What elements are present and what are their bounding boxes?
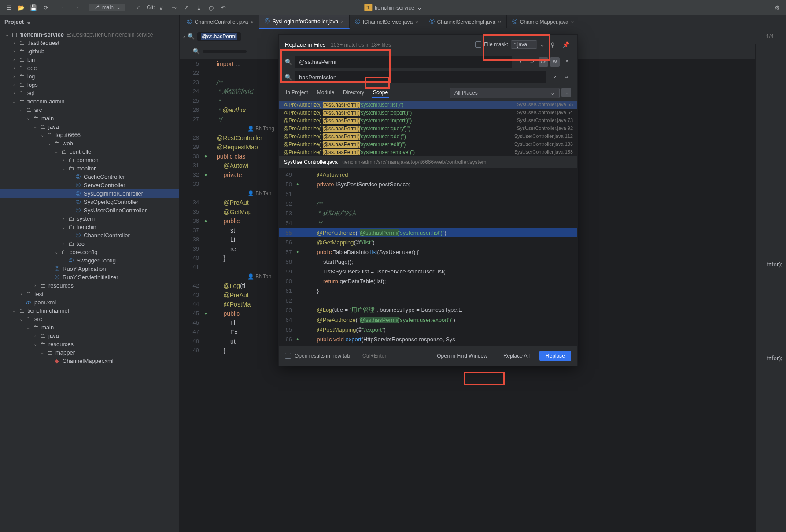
clear-icon[interactable]: × <box>516 57 525 67</box>
tree-item[interactable]: ›🗀test <box>0 290 179 298</box>
tree-item[interactable]: ⌄🗀tienchin-channel <box>0 307 179 315</box>
tree-item[interactable]: ⌄🗀src <box>0 106 179 114</box>
dialog-tab[interactable]: Scope <box>372 88 389 98</box>
tree-item[interactable]: ›🗀logs <box>0 81 179 89</box>
tree-item[interactable]: ›🗀bin <box>0 55 179 64</box>
fetch-icon[interactable]: ⤓ <box>194 2 204 13</box>
save-icon[interactable]: 💾 <box>28 2 39 13</box>
case-toggle[interactable]: Cc <box>539 57 548 67</box>
collapse-icon[interactable]: › <box>183 33 185 40</box>
result-row[interactable]: @PreAuthorize("@ss.hasPermi('system:user… <box>279 125 577 133</box>
editor-tab[interactable]: ⒸChannelController.java× <box>181 15 259 28</box>
editor-tab[interactable]: ⒸSysLogininforController.java× <box>259 15 350 29</box>
tree-item[interactable]: ⌄🗀tienchin <box>0 223 179 231</box>
file-mask-checkbox[interactable] <box>475 41 481 48</box>
tree-item[interactable]: ›🗀.fastRequest <box>0 39 179 47</box>
newline-icon[interactable]: ↩ <box>527 57 537 67</box>
open-tab-checkbox[interactable] <box>285 353 291 359</box>
tree-item[interactable]: ›🗀resources <box>0 281 179 290</box>
tree-item[interactable]: ⌄🗀src <box>0 315 179 323</box>
forward-icon[interactable]: → <box>71 2 81 13</box>
project-header[interactable]: Project ⌄ <box>0 15 179 29</box>
rollback-icon[interactable]: ⊸ <box>169 2 180 13</box>
tree-item[interactable]: ›🗀log <box>0 72 179 81</box>
tree-item[interactable]: ›🗀system <box>0 214 179 223</box>
menu-icon[interactable]: ☰ <box>4 2 14 13</box>
result-row[interactable]: @PreAuthorize("@ss.hasPermi('system:user… <box>279 148 577 156</box>
pin-icon[interactable]: 📌 <box>561 39 571 50</box>
tree-item[interactable]: ⌄🗀tienchin-admin <box>0 97 179 106</box>
tree-item[interactable]: ›🗀.github <box>0 47 179 55</box>
sync-icon[interactable]: ⟳ <box>41 2 51 13</box>
chevron-down-icon[interactable]: ⌄ <box>540 41 545 48</box>
tree-item[interactable]: ›🗀common <box>0 156 179 164</box>
undo-icon[interactable]: ↶ <box>218 2 229 13</box>
tree-item[interactable]: ⌄🗀controller <box>0 148 179 156</box>
history-icon[interactable]: ◷ <box>206 2 217 13</box>
result-row[interactable]: @PreAuthorize("@ss.hasPermi('system:user… <box>279 133 577 140</box>
branch-icon: ⎇ <box>93 4 100 11</box>
update-icon[interactable]: ↙ <box>157 2 167 13</box>
project-title[interactable]: T tienchin-service ⌄ <box>364 4 422 11</box>
result-row[interactable]: @PreAuthorize("@ss.hasPermi('system:user… <box>279 140 577 148</box>
tree-item[interactable]: ›🗀java <box>0 332 179 340</box>
tree-item[interactable]: ⒸSysLogininforController <box>0 189 179 198</box>
dialog-search-input[interactable] <box>295 56 512 68</box>
preview-code[interactable]: 49 @Autowired50● private ISysPostService… <box>279 168 577 346</box>
tree-item[interactable]: ⌄🗀monitor <box>0 164 179 173</box>
open-find-window-button[interactable]: Open in Find Window <box>431 351 494 361</box>
settings-icon[interactable]: ⚙ <box>772 2 782 13</box>
tree-item[interactable]: ⒸSwaggerConfig <box>0 256 179 265</box>
tree-item[interactable]: ⒸRuoYiApplication <box>0 265 179 273</box>
dialog-title: Replace in Files <box>285 41 326 48</box>
tree-item[interactable]: ›🗀tool <box>0 240 179 248</box>
tree-item[interactable]: ⌄🗀mapper <box>0 348 179 357</box>
preview-file: SysUserController.java <box>284 159 338 165</box>
tree-item[interactable]: ⒸSysUserOnlineController <box>0 206 179 214</box>
preserve-case-icon[interactable]: ↩ <box>561 73 571 82</box>
tree-item[interactable]: mpom.xml <box>0 298 179 307</box>
tree-item[interactable]: ⒸCacheController <box>0 173 179 181</box>
tree-item[interactable]: ⌄🗀top.it6666 <box>0 131 179 139</box>
search-input[interactable]: @ss.hasPermi <box>197 32 240 41</box>
dialog-tab[interactable]: Directory <box>342 88 365 98</box>
replace-all-button[interactable]: Replace All <box>497 351 536 361</box>
dialog-replace-input[interactable] <box>295 71 546 83</box>
regex-toggle[interactable]: .* <box>561 57 571 67</box>
editor-tab[interactable]: ⒸChannelServiceImpl.java× <box>424 15 507 28</box>
scope-more-button[interactable]: … <box>561 88 571 97</box>
open-icon[interactable]: 📂 <box>16 2 26 13</box>
editor-tab[interactable]: ⒸIChannelService.java× <box>350 15 424 28</box>
tree-item[interactable]: ⒸRuoYiServletInitializer <box>0 273 179 281</box>
commit-icon[interactable]: ✓ <box>133 2 143 13</box>
results-list[interactable]: @PreAuthorize("@ss.hasPermi('system:user… <box>279 101 577 156</box>
result-row[interactable]: @PreAuthorize("@ss.hasPermi('system:user… <box>279 117 577 125</box>
result-row[interactable]: @PreAuthorize("@ss.hasPermi('system:user… <box>279 101 577 109</box>
editor-tab[interactable]: ⒸChannelMapper.java× <box>507 15 580 28</box>
replace-button[interactable]: Replace <box>539 351 571 361</box>
tree-item[interactable]: ⌄🗀main <box>0 114 179 122</box>
dialog-tab[interactable]: In Project <box>285 88 309 98</box>
tree-item[interactable]: ⌄🗀core.config <box>0 248 179 256</box>
back-icon[interactable]: ← <box>59 2 69 13</box>
tree-item[interactable]: ›🗀sql <box>0 89 179 97</box>
result-row[interactable]: @PreAuthorize("@ss.hasPermi('system:user… <box>279 109 577 117</box>
branch-button[interactable]: ⎇ main ⌄ <box>89 4 125 11</box>
dialog-tab[interactable]: Module <box>316 88 335 98</box>
word-toggle[interactable]: W <box>550 57 560 67</box>
tree-item[interactable]: ⌄🗀main <box>0 323 179 332</box>
scope-dropdown[interactable]: All Places ⌄ <box>450 88 560 98</box>
tree-item[interactable]: ›🗀doc <box>0 64 179 72</box>
tree-item[interactable]: ⌄🗀resources <box>0 340 179 348</box>
tree-item[interactable]: ⒸServerController <box>0 181 179 189</box>
tree-item[interactable]: ⌄🗀java <box>0 122 179 131</box>
tree-item[interactable]: ◆ChannelMapper.xml <box>0 357 179 365</box>
replace-input[interactable] <box>203 50 247 53</box>
push-icon[interactable]: ↗ <box>181 2 192 13</box>
tree-item[interactable]: ⒸChannelController <box>0 231 179 240</box>
tree-item[interactable]: ⒸSysOperlogController <box>0 198 179 206</box>
filter-icon[interactable]: ⚲ <box>547 39 558 50</box>
clear-icon[interactable]: × <box>550 73 560 82</box>
file-mask-input[interactable] <box>511 40 537 49</box>
tree-item[interactable]: ⌄🗀web <box>0 139 179 148</box>
